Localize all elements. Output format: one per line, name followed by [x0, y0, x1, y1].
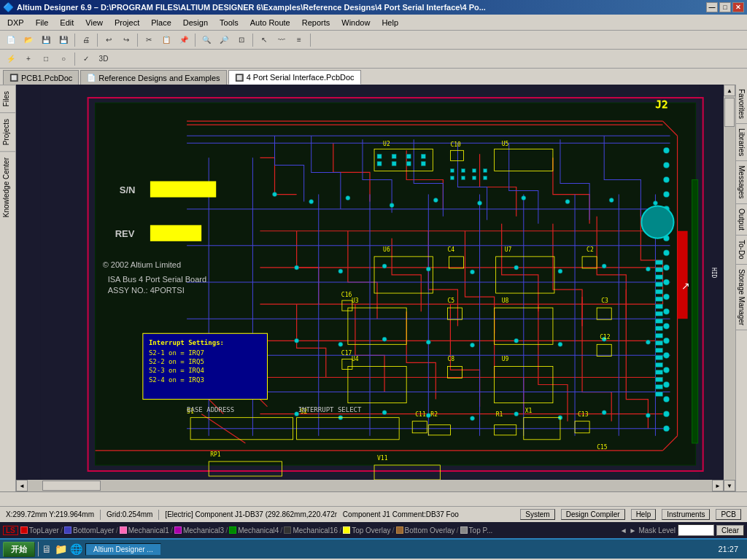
svg-point-95	[646, 413, 650, 418]
bus-button[interactable]: ≡	[291, 32, 307, 48]
menu-item-window[interactable]: Window	[336, 17, 376, 28]
h-scroll-right-button[interactable]: ►	[712, 480, 724, 491]
taskbar-icon-3[interactable]: 🌐	[70, 543, 82, 555]
svg-point-49	[663, 294, 669, 300]
copy-button[interactable]: 📋	[158, 32, 174, 48]
svg-rect-99	[421, 154, 425, 158]
layer-sep6: /	[339, 526, 341, 534]
interrupt-line2: S2-2 on = IRQ5	[149, 358, 204, 365]
component-button[interactable]: □	[38, 51, 54, 67]
knowledge-panel-tab[interactable]: Knowledge Center	[0, 151, 15, 223]
start-button[interactable]: 开始	[3, 542, 35, 557]
v-scroll-up-button[interactable]: ▲	[724, 85, 735, 96]
paste-button[interactable]: 📌	[176, 32, 192, 48]
redo-button[interactable]: ↪	[118, 32, 134, 48]
menu-item-project[interactable]: Project	[109, 17, 145, 28]
files-panel-tab[interactable]: Files	[0, 85, 15, 112]
svg-point-86	[646, 340, 650, 344]
taskbar-icon-2[interactable]: 📁	[55, 543, 67, 555]
save-button[interactable]: 💾	[38, 32, 54, 48]
route-button[interactable]: ⚡	[3, 51, 19, 67]
v-scroll-thumb[interactable]	[724, 98, 735, 127]
topoverlay-indicator[interactable]: Top Overlay	[343, 526, 390, 534]
tab-refdesign[interactable]: 📄Reference Designs and Examples	[80, 70, 226, 85]
output-panel-tab[interactable]: Output	[736, 204, 748, 236]
projects-panel-tab[interactable]: Projects	[0, 112, 15, 151]
mech4-color	[229, 526, 236, 534]
tab-4port[interactable]: 🔲4 Port Serial Interface.PcbDoc	[228, 70, 361, 85]
menu-item-dxp[interactable]: DXP	[1, 17, 30, 28]
svg-point-84	[558, 342, 562, 346]
tab-pcb1[interactable]: 🔲PCB1.PcbDoc	[3, 70, 79, 85]
h-scroll-track[interactable]	[28, 480, 712, 491]
h-scroll-thumb[interactable]	[42, 481, 101, 491]
c4-label: C4	[447, 246, 454, 253]
menu-item-edit[interactable]: Edit	[54, 17, 80, 28]
print-button[interactable]: 🖨	[78, 32, 94, 48]
mask-level-input[interactable]	[678, 524, 714, 536]
help-status-button[interactable]: Help	[631, 509, 657, 520]
mech1-indicator[interactable]: Mechanical1	[120, 526, 169, 534]
system-button[interactable]: System	[520, 509, 554, 520]
svg-point-64	[478, 201, 482, 206]
pcb-canvas-area[interactable]: J2 J1 U2 U5 C10 U6 U7 C4 U3 U8 C5 U4 U9	[16, 85, 724, 480]
svg-point-74	[514, 265, 519, 270]
scroll-prev-button[interactable]: ◄	[620, 526, 627, 534]
undo-button[interactable]: ↩	[101, 32, 117, 48]
zoom-in-button[interactable]: 🔍	[198, 32, 214, 48]
3d-view-button[interactable]: 3D	[96, 51, 112, 67]
svg-rect-111	[484, 176, 487, 179]
zoom-fit-button[interactable]: ⊡	[233, 32, 249, 48]
design-compiler-button[interactable]: Design Compiler	[561, 509, 625, 520]
place-button[interactable]: +	[20, 51, 36, 67]
cut-button[interactable]: ✂	[141, 32, 157, 48]
assy-no-text: ASSY NO.: 4PORTSI	[108, 286, 185, 295]
mech3-indicator[interactable]: Mechanical3	[174, 526, 224, 534]
todo-panel-tab[interactable]: To-Do	[736, 236, 748, 265]
toplayer-indicator[interactable]: TopLayer	[20, 526, 59, 534]
save-all-button[interactable]: 💾	[55, 32, 71, 48]
menu-item-autoroute[interactable]: Auto Route	[244, 17, 296, 28]
active-window-button[interactable]: Altium Designer ...	[85, 543, 161, 556]
svg-rect-145	[655, 297, 662, 301]
favorites-panel-tab[interactable]: Favorites	[736, 85, 748, 124]
menu-item-place[interactable]: Place	[145, 17, 177, 28]
storage-manager-panel-tab[interactable]: Storage Manager	[736, 265, 748, 330]
scroll-next-button[interactable]: ►	[630, 526, 637, 534]
minimize-button[interactable]: —	[706, 2, 718, 12]
menu-item-help[interactable]: Help	[376, 17, 404, 28]
instruments-button[interactable]: Instruments	[662, 509, 710, 520]
toplayer-color	[20, 526, 28, 534]
open-button[interactable]: 📂	[20, 32, 36, 48]
v-scroll-down-button[interactable]: ▼	[724, 480, 735, 491]
mech4-indicator[interactable]: Mechanical4	[229, 526, 279, 534]
close-button[interactable]: ✕	[732, 2, 744, 12]
pcb-button[interactable]: PCB	[716, 509, 741, 520]
v-scroll-track[interactable]	[724, 96, 735, 480]
bottomoverlay-indicator[interactable]: Bottom Overlay	[396, 526, 455, 534]
menu-item-tools[interactable]: Tools	[214, 17, 244, 28]
design-rules-button[interactable]: ✓	[78, 51, 94, 67]
svg-point-42	[663, 192, 669, 198]
menu-item-view[interactable]: View	[80, 17, 109, 28]
toppaste-label: Top P...	[469, 526, 493, 534]
clear-button[interactable]: Clear	[716, 525, 744, 536]
toppaste-indicator[interactable]: Top P...	[460, 526, 493, 534]
taskbar-icon-1[interactable]: 🖥	[42, 543, 52, 555]
c10-label: C10	[450, 141, 461, 148]
via-button[interactable]: ○	[55, 51, 71, 67]
menu-item-file[interactable]: File	[30, 17, 55, 28]
wire-button[interactable]: 〰	[274, 32, 290, 48]
mask-level-label: Mask Level	[639, 526, 676, 534]
zoom-out-button[interactable]: 🔎	[216, 32, 232, 48]
menu-item-design[interactable]: Design	[177, 17, 214, 28]
new-button[interactable]: 📄	[3, 32, 19, 48]
libraries-panel-tab[interactable]: Libraries	[736, 124, 748, 161]
h-scroll-left-button[interactable]: ◄	[16, 480, 28, 491]
select-button[interactable]: ↖	[256, 32, 272, 48]
bottomlayer-indicator[interactable]: BottomLayer	[64, 526, 115, 534]
messages-panel-tab[interactable]: Messages	[736, 161, 748, 204]
mech16-indicator[interactable]: Mechanical16	[284, 526, 338, 534]
maximize-button[interactable]: □	[719, 2, 731, 12]
menu-item-reports[interactable]: Reports	[296, 17, 336, 28]
